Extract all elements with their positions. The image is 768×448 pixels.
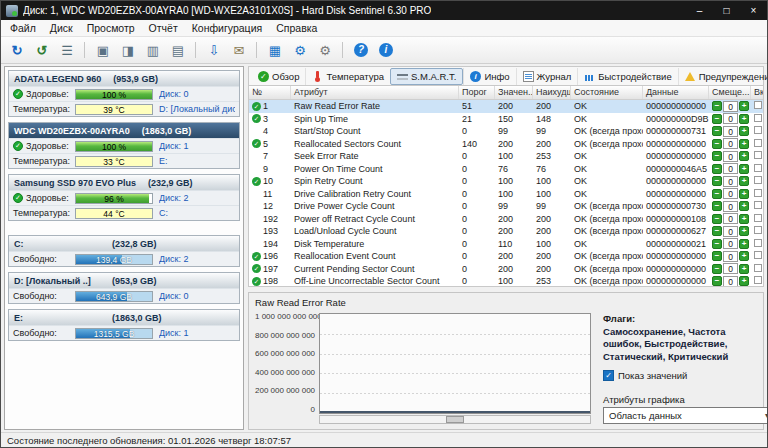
menu-item[interactable]: Просмотр xyxy=(80,22,142,34)
disk-surface-test-icon[interactable]: ▣ xyxy=(91,38,115,62)
offset-decrease-button[interactable]: − xyxy=(712,176,722,186)
status-panel-icon[interactable]: ▦ xyxy=(263,38,287,62)
offset-increase-button[interactable]: + xyxy=(739,201,749,211)
smart-table-row[interactable]: ✓ 192 Power off Retract Cycle Count 0 20… xyxy=(249,213,763,226)
offset-increase-button[interactable]: + xyxy=(739,126,749,136)
offset-increase-button[interactable]: + xyxy=(739,276,749,286)
offset-value[interactable]: 0 xyxy=(723,238,738,249)
smart-table-row[interactable]: ✓ 7 Seek Error Rate 0 100 253 OK 0000000… xyxy=(249,150,763,163)
offset-decrease-button[interactable]: − xyxy=(712,126,722,136)
offset-value[interactable]: 0 xyxy=(723,101,738,112)
offset-decrease-button[interactable]: − xyxy=(712,264,722,274)
column-header-enabled[interactable]: Вкл xyxy=(751,86,764,99)
volume-list-item[interactable]: D: [Локальный ..] (953,9 GB) Свободно: 6… xyxy=(8,272,240,304)
menu-item[interactable]: Отчёт xyxy=(142,22,185,34)
disk-scan-icon[interactable]: ◨ xyxy=(116,38,140,62)
attribute-enable-checkbox[interactable] xyxy=(754,276,762,284)
tab-info[interactable]: Инфо xyxy=(463,68,515,85)
attribute-enable-checkbox[interactable] xyxy=(754,226,762,234)
disk-repair-icon[interactable]: ▥ xyxy=(141,38,165,62)
offset-decrease-button[interactable]: − xyxy=(712,201,722,211)
offset-decrease-button[interactable]: − xyxy=(712,114,722,124)
attribute-enable-checkbox[interactable] xyxy=(754,151,762,159)
volume-list-item[interactable]: C: (232,8 GB) Свободно: 139,4 GB Диск: 2 xyxy=(8,235,240,267)
smart-table-row[interactable]: ✓ 1 Raw Read Error Rate 51 200 200 OK 00… xyxy=(249,100,763,113)
show-values-checkbox[interactable]: ✓ xyxy=(603,370,614,381)
tab-alerts[interactable]: Предупреждения xyxy=(678,68,768,85)
offset-value[interactable]: 0 xyxy=(723,126,738,137)
column-header-worst[interactable]: Наихудш... xyxy=(533,86,571,99)
tab-overview[interactable]: Обзор xyxy=(252,68,305,85)
close-button[interactable]: × xyxy=(740,1,767,20)
offset-value[interactable]: 0 xyxy=(723,201,738,212)
attribute-enable-checkbox[interactable] xyxy=(754,164,762,172)
column-header-threshold[interactable]: Порог xyxy=(459,86,495,99)
offset-value[interactable]: 0 xyxy=(723,176,738,187)
offset-increase-button[interactable]: + xyxy=(739,264,749,274)
offset-decrease-button[interactable]: − xyxy=(712,139,722,149)
smart-table-row[interactable]: ✓ 5 Reallocated Sectors Count 140 200 20… xyxy=(249,138,763,151)
column-header-number[interactable]: № xyxy=(249,86,291,99)
offset-value[interactable]: 0 xyxy=(723,113,738,124)
offset-value[interactable]: 0 xyxy=(723,188,738,199)
smart-table-row[interactable]: ✓ 198 Off-Line Uncorrectable Sector Coun… xyxy=(249,275,763,286)
column-header-data[interactable]: Данные xyxy=(643,86,709,99)
graph-attributes-select[interactable]: Область данных ▾ xyxy=(603,407,768,424)
offset-increase-button[interactable]: + xyxy=(739,239,749,249)
menu-item[interactable]: Диск xyxy=(43,22,80,34)
tab-smart[interactable]: S.M.A.R.T. xyxy=(390,68,463,85)
offset-decrease-button[interactable]: − xyxy=(712,239,722,249)
attribute-enable-checkbox[interactable] xyxy=(754,126,762,134)
offset-value[interactable]: 0 xyxy=(723,226,738,237)
offset-decrease-button[interactable]: − xyxy=(712,276,722,286)
offset-increase-button[interactable]: + xyxy=(739,164,749,174)
rescan-disks-icon[interactable]: ↺ xyxy=(30,38,54,62)
attribute-enable-checkbox[interactable] xyxy=(754,264,762,272)
smart-table-row[interactable]: ✓ 11 Drive Calibration Retry Count 0 100… xyxy=(249,188,763,201)
offset-increase-button[interactable]: + xyxy=(739,176,749,186)
attribute-enable-checkbox[interactable] xyxy=(754,176,762,184)
smart-table-row[interactable]: ✓ 193 Load/Unload Cycle Count 0 200 200 … xyxy=(249,225,763,238)
attribute-enable-checkbox[interactable] xyxy=(754,189,762,197)
offset-decrease-button[interactable]: − xyxy=(712,189,722,199)
show-values-toggle[interactable]: ✓ Показ значений xyxy=(603,370,757,381)
minimize-button[interactable]: – xyxy=(686,1,713,20)
menu-item[interactable]: Справка xyxy=(269,22,324,34)
attribute-enable-checkbox[interactable] xyxy=(754,239,762,247)
offset-decrease-button[interactable]: − xyxy=(712,251,722,261)
attribute-enable-checkbox[interactable] xyxy=(754,139,762,147)
menu-item[interactable]: Файл xyxy=(3,22,43,34)
offset-increase-button[interactable]: + xyxy=(739,114,749,124)
offset-increase-button[interactable]: + xyxy=(739,214,749,224)
disk-list-item[interactable]: ADATA LEGEND 960 (953,9 GB) ✓ Здоровье: … xyxy=(8,70,240,117)
maximize-button[interactable]: □ xyxy=(713,1,740,20)
smart-table-row[interactable]: ✓ 3 Spin Up Time 21 150 148 OK 000000000… xyxy=(249,113,763,126)
offset-value[interactable]: 0 xyxy=(723,138,738,149)
offset-value[interactable]: 0 xyxy=(723,151,738,162)
disk-list-item[interactable]: Samsung SSD 970 EVO Plus (232,9 GB) ✓ Зд… xyxy=(8,174,240,221)
info-icon[interactable]: i xyxy=(374,38,398,62)
volume-list-item[interactable]: E: (1863,0 GB) Свободно: 1315,5 GB Диск:… xyxy=(8,309,240,341)
settings-icon[interactable]: ⚙ xyxy=(288,38,312,62)
column-header-status[interactable]: Состояние xyxy=(571,86,643,99)
offset-value[interactable]: 0 xyxy=(723,276,738,286)
offset-increase-button[interactable]: + xyxy=(739,251,749,261)
offset-increase-button[interactable]: + xyxy=(739,226,749,236)
offset-value[interactable]: 0 xyxy=(723,263,738,274)
preferences-icon[interactable]: ⚙ xyxy=(313,38,337,62)
chart-scrollbar-thumb[interactable] xyxy=(446,416,464,423)
offset-increase-button[interactable]: + xyxy=(739,101,749,111)
smart-table-row[interactable]: ✓ 10 Spin Retry Count 0 100 100 OK 00000… xyxy=(249,175,763,188)
smart-table-row[interactable]: ✓ 194 Disk Temperature 0 110 100 OK 0000… xyxy=(249,238,763,251)
offset-value[interactable]: 0 xyxy=(723,251,738,262)
help-icon[interactable]: ? xyxy=(349,38,373,62)
attribute-enable-checkbox[interactable] xyxy=(754,201,762,209)
smart-table-row[interactable]: ✓ 196 Reallocation Event Count 0 200 200… xyxy=(249,250,763,263)
attribute-enable-checkbox[interactable] xyxy=(754,101,762,109)
save-report-icon[interactable]: ⇩ xyxy=(202,38,226,62)
tab-temperature[interactable]: Температура xyxy=(305,68,390,85)
offset-decrease-button[interactable]: − xyxy=(712,214,722,224)
offset-increase-button[interactable]: + xyxy=(739,189,749,199)
smart-table-row[interactable]: ✓ 197 Current Pending Sector Count 0 200… xyxy=(249,263,763,276)
column-header-attribute[interactable]: Атрибут xyxy=(291,86,459,99)
